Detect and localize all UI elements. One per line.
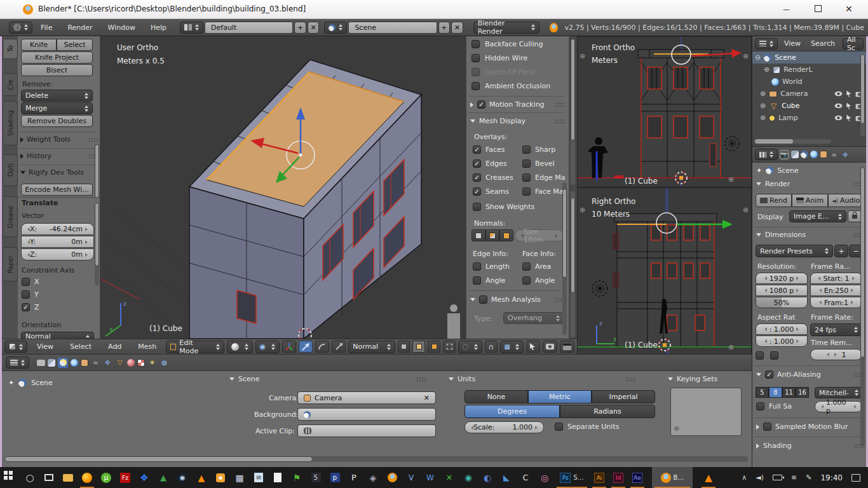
aspect-y-field[interactable]: : 1.000: [756, 336, 808, 347]
motion-tracking-panel-header[interactable]: ✓Motion Tracking: [470, 100, 564, 109]
cortana-button[interactable]: ○: [20, 467, 39, 488]
units-metric-button[interactable]: Metric: [528, 390, 592, 403]
outliner-search-menu[interactable]: Search: [807, 39, 839, 48]
constraint-y-checkbox[interactable]: Y: [22, 290, 39, 299]
opengl-render-anim-icon[interactable]: [560, 341, 574, 353]
units-none-button[interactable]: None: [465, 390, 528, 403]
vmware-button[interactable]: V: [402, 467, 421, 488]
aa-samples-8[interactable]: 8: [769, 387, 782, 398]
modifiers-tab-icon[interactable]: ✜: [103, 358, 112, 367]
front-ortho-viewport[interactable]: Front Ortho Meters (1) Cube ⊕ ⊕ ⊕: [577, 36, 752, 187]
menu-file[interactable]: File: [34, 24, 59, 32]
vector-z-field[interactable]: Z:0m: [21, 248, 94, 261]
document-button[interactable]: [268, 467, 287, 488]
add-keying-set-icon[interactable]: ⊕: [674, 424, 679, 433]
physics-tab-icon[interactable]: ◍: [159, 358, 169, 367]
outliner-filter-dropdown[interactable]: All Sc: [843, 38, 864, 50]
photoshop-button[interactable]: PsS…: [554, 467, 590, 488]
tab-shading[interactable]: Shading: [4, 101, 18, 146]
expand-icon[interactable]: ⊕: [760, 90, 766, 98]
bisect-button[interactable]: Bisect: [21, 64, 93, 76]
pen-icon[interactable]: ✎: [806, 473, 811, 482]
blender-pinned-button[interactable]: [383, 467, 402, 488]
pin-icon[interactable]: ✦: [756, 166, 762, 175]
npanel-scrollbar[interactable]: [562, 182, 567, 335]
encode-mesh-button[interactable]: Encode Mesh Wi...: [21, 184, 93, 196]
indesign-button[interactable]: Id: [609, 467, 628, 488]
object-data-tab-icon[interactable]: ▽: [115, 358, 125, 367]
select-menu[interactable]: Select: [63, 342, 98, 351]
shield-app-button[interactable]: ◐: [478, 467, 497, 488]
audio-button[interactable]: ◄)Audio: [828, 194, 864, 207]
units-radians-button[interactable]: Radians: [560, 405, 655, 418]
wifi-icon[interactable]: ≋: [791, 473, 797, 482]
transform-orientation-dropdown[interactable]: Normal: [348, 341, 395, 353]
constraints-tab-icon[interactable]: ∞: [829, 150, 839, 159]
render-button[interactable]: Rend: [756, 194, 792, 207]
utorrent-button[interactable]: µ: [97, 467, 116, 488]
collapse-icon[interactable]: ⊖: [755, 53, 761, 62]
keying-sets-panel-header[interactable]: Keying Sets: [668, 375, 717, 383]
tab-tools[interactable]: To: [4, 39, 18, 59]
green-x-app-button[interactable]: ✕: [440, 467, 459, 488]
screen-layout-field[interactable]: Default: [205, 22, 293, 34]
aspect-x-field[interactable]: : 1.000: [756, 323, 808, 335]
menu-window[interactable]: Window: [101, 24, 142, 32]
limit-selection-visible-icon[interactable]: [443, 341, 456, 353]
frame-step-field[interactable]: Fram:1: [810, 297, 862, 308]
render-tab-icon[interactable]: [37, 360, 45, 366]
scene-tab-icon-active[interactable]: [58, 358, 68, 368]
bevel-checkbox[interactable]: Bevel: [522, 159, 555, 168]
c-app-button[interactable]: C: [516, 467, 535, 488]
p-app-button[interactable]: p: [325, 467, 344, 488]
normals-buttons[interactable]: [471, 229, 513, 241]
face-normals-icon[interactable]: [499, 229, 513, 241]
expand-icon[interactable]: ⊕: [764, 65, 770, 74]
object-tab-icon[interactable]: [820, 151, 827, 158]
frame-start-field[interactable]: Start: 1: [810, 273, 862, 284]
unity-button[interactable]: ◈: [363, 467, 383, 488]
right-ortho-viewport[interactable]: z y Right Ortho 10 Meters (1) Cube ⊕ ⊕ ⊕: [577, 187, 752, 355]
edge-angle-checkbox[interactable]: Angle: [473, 276, 505, 285]
visibility-eye-icon[interactable]: [834, 91, 843, 97]
start-button[interactable]: [1, 467, 20, 488]
expand-view-icon[interactable]: ⊕: [580, 52, 585, 60]
bottom-h-scrollbar[interactable]: [4, 456, 748, 462]
expand-icon[interactable]: ⊕: [760, 102, 766, 110]
selectability-cursor-icon[interactable]: [846, 114, 852, 121]
delete-menu[interactable]: Delete: [21, 90, 93, 102]
outliner-row-camera[interactable]: ⊕ Camera: [752, 88, 866, 100]
render-layers-tab-icon[interactable]: [48, 359, 55, 367]
background-scene-field[interactable]: [297, 408, 436, 421]
camera-field[interactable]: Camera✕: [297, 391, 436, 404]
render-panel-header[interactable]: Render: [756, 180, 863, 188]
expand-view-icon[interactable]: ⊕: [728, 175, 734, 184]
face-select-mode-icon[interactable]: [428, 341, 440, 353]
render-layers-tab-icon[interactable]: [791, 151, 799, 158]
analysis-type-dropdown[interactable]: Overhang: [503, 312, 564, 324]
menu-render[interactable]: Render: [60, 24, 99, 32]
ambient-occlusion-checkbox[interactable]: Ambient Occlusion: [471, 82, 550, 90]
outliner-h-scrollbar[interactable]: [755, 139, 831, 144]
tab-grease[interactable]: Grease: [4, 196, 18, 237]
outliner-row-scene[interactable]: ⊖ Scene: [752, 51, 866, 64]
snap-element-dropdown[interactable]: ▦: [500, 341, 524, 353]
outliner-row-lamp[interactable]: ⊕ Lamp: [752, 112, 866, 124]
history-panel-header[interactable]: History: [20, 152, 98, 160]
modifiers-tab-icon[interactable]: ✜: [841, 150, 850, 159]
triangle-app-button[interactable]: ◣: [497, 467, 516, 488]
flag-app-button[interactable]: ⚑: [287, 467, 306, 488]
editor-type-properties-button[interactable]: [6, 356, 29, 369]
separate-units-checkbox[interactable]: Separate Units: [555, 423, 619, 431]
shading-panel-header[interactable]: Shading: [756, 442, 863, 450]
dimensions-panel-header[interactable]: Dimensions: [756, 231, 863, 239]
selectability-cursor-icon[interactable]: [846, 102, 852, 109]
scene-panel-header[interactable]: Scene: [229, 375, 426, 383]
frame-rate-dropdown[interactable]: 24 fps: [810, 323, 862, 336]
motion-blur-panel-header[interactable]: Sampled Motion Blur: [756, 423, 863, 431]
render-engine-dropdown[interactable]: Blender Render: [473, 22, 539, 34]
editor-type-properties-button[interactable]: [755, 149, 778, 160]
active-clip-field[interactable]: [297, 424, 436, 437]
aa-filter-size-field[interactable]: 1.000 p: [815, 401, 863, 412]
creases-checkbox[interactable]: ✓Creases: [473, 173, 513, 182]
